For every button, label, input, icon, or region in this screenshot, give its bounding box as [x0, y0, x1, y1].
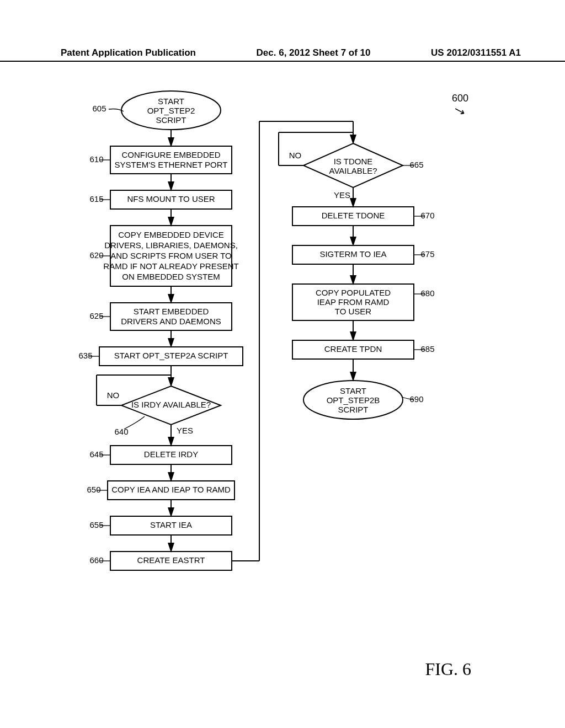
- node-665-l2: AVAILABLE?: [329, 166, 377, 175]
- node-655: START IEA: [150, 520, 192, 529]
- label-650: 650: [87, 485, 100, 494]
- label-645: 645: [89, 449, 103, 459]
- label-655: 655: [89, 520, 103, 529]
- node-665-no: NO: [289, 151, 302, 160]
- node-605-l3: SCRIPT: [156, 115, 186, 125]
- node-640: IS IRDY AVAILABLE?: [131, 400, 211, 409]
- node-645: DELETE IRDY: [144, 449, 198, 459]
- node-615: NFS MOUNT TO USER: [127, 194, 215, 204]
- label-625: 625: [89, 311, 103, 320]
- node-605-l2: OPT_STEP2: [147, 106, 195, 115]
- node-640-yes: YES: [177, 426, 193, 435]
- node-680-l3: TO USER: [335, 307, 372, 316]
- node-680-l2: IEAP FROM RAMD: [317, 297, 390, 307]
- node-690-l1: START: [340, 386, 366, 395]
- node-650: COPY IEA AND IEAP TO RAMD: [111, 485, 231, 494]
- figure-label: FIG. 6: [425, 659, 471, 679]
- node-665-l1: IS TDONE: [334, 157, 373, 166]
- node-620-l2: DRIVERS, LIBRARIES, DAEMONS,: [104, 240, 238, 250]
- page-container: Patent Application Publication Dec. 6, 2…: [0, 0, 565, 728]
- node-680-l1: COPY POPULATED: [316, 288, 391, 297]
- node-605-l1: START: [158, 97, 184, 106]
- flowchart: START OPT_STEP2 SCRIPT 605 CONFIGURE EMB…: [0, 0, 565, 717]
- label-670: 670: [420, 211, 434, 220]
- node-610-l2: SYSTEM'S ETHERNET PORT: [115, 160, 228, 169]
- label-680: 680: [420, 288, 434, 298]
- node-690-l2: OPT_STEP2B: [327, 395, 380, 405]
- label-690: 690: [409, 394, 423, 404]
- node-685: CREATE TPDN: [324, 344, 382, 354]
- node-625-l2: DRIVERS AND DAEMONS: [121, 317, 221, 326]
- node-620-l1: COPY EMBEDDED DEVICE: [118, 230, 223, 239]
- label-675: 675: [420, 249, 434, 259]
- node-675: SIGTERM TO IEA: [319, 249, 386, 259]
- label-665: 665: [409, 160, 423, 169]
- label-660: 660: [89, 555, 103, 565]
- node-670: DELETE TDONE: [322, 211, 385, 220]
- node-620-l4: RAMD IF NOT ALREADY PRESENT: [103, 261, 238, 271]
- node-635: START OPT_STEP2A SCRIPT: [114, 351, 228, 360]
- label-640: 640: [114, 427, 128, 436]
- node-690-l3: SCRIPT: [338, 405, 368, 414]
- node-620-l3: AND SCRIPTS FROM USER TO: [110, 251, 231, 260]
- node-665-yes: YES: [334, 190, 350, 200]
- node-660: CREATE EASTRT: [137, 555, 205, 565]
- node-640-no: NO: [107, 390, 120, 400]
- node-620-l5: ON EMBEDDED SYSTEM: [122, 272, 220, 281]
- label-610: 610: [89, 154, 103, 164]
- label-635: 635: [78, 351, 92, 360]
- label-685: 685: [420, 344, 434, 354]
- label-605: 605: [92, 104, 106, 113]
- label-620: 620: [89, 250, 103, 260]
- node-625-l1: START EMBEDDED: [134, 307, 209, 316]
- node-610-l1: CONFIGURE EMBEDDED: [121, 150, 220, 159]
- label-615: 615: [89, 194, 103, 204]
